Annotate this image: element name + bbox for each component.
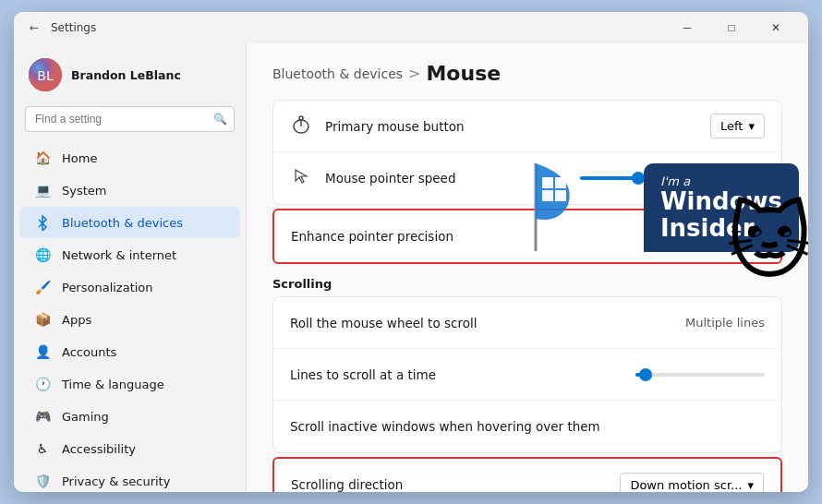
avatar: BL bbox=[29, 58, 62, 91]
breadcrumb-parent[interactable]: Bluetooth & devices bbox=[272, 66, 403, 81]
sidebar-item-apps[interactable]: 📦Apps bbox=[19, 304, 240, 335]
sidebar-item-privacy[interactable]: 🛡️Privacy & security bbox=[19, 465, 240, 492]
sidebar-label-home: Home bbox=[62, 151, 97, 165]
lines-scroll-control[interactable] bbox=[635, 373, 765, 377]
scrolling-direction-card[interactable]: Scrolling direction Down motion scr... ▾ bbox=[272, 457, 782, 492]
settings-window: ← Settings ─ □ ✕ bbox=[14, 12, 808, 492]
close-button[interactable]: ✕ bbox=[755, 13, 797, 42]
scrolling-heading: Scrolling bbox=[272, 277, 782, 291]
enhance-precision-row[interactable]: Enhance pointer precision bbox=[274, 210, 780, 262]
svg-text:BL: BL bbox=[37, 68, 54, 83]
content-area: BL Brandon LeBlanc 🔍 🏠Home💻System Blueto… bbox=[14, 43, 808, 492]
sidebar-item-time[interactable]: 🕐Time & language bbox=[19, 368, 240, 400]
sidebar-label-system: System bbox=[62, 184, 106, 198]
roll-wheel-row[interactable]: Roll the mouse wheel to scroll Multiple … bbox=[273, 297, 781, 349]
slider-fill bbox=[580, 176, 635, 180]
nav-list: 🏠Home💻System Bluetooth & devices🌐Network… bbox=[14, 141, 246, 492]
mouse-settings-card: Primary mouse button Left ▾ Mous bbox=[272, 100, 782, 205]
sidebar-item-gaming[interactable]: 🎮Gaming bbox=[19, 401, 240, 432]
search-input[interactable] bbox=[25, 106, 235, 132]
cursor-icon bbox=[290, 168, 312, 188]
pointer-speed-control[interactable] bbox=[580, 176, 765, 180]
chevron-down-icon: ▾ bbox=[748, 119, 755, 133]
primary-mouse-button-label: Primary mouse button bbox=[325, 119, 710, 134]
main-content: Bluetooth & devices > Mouse Primary mous… bbox=[247, 43, 808, 492]
sidebar: BL Brandon LeBlanc 🔍 🏠Home💻System Blueto… bbox=[14, 43, 247, 492]
primary-mouse-dropdown[interactable]: Left ▾ bbox=[710, 114, 765, 138]
privacy-nav-icon: 🛡️ bbox=[34, 473, 51, 489]
system-nav-icon: 💻 bbox=[34, 182, 51, 198]
scrolling-direction-dropdown[interactable]: Down motion scr... ▾ bbox=[620, 473, 764, 493]
dropdown-value: Left bbox=[720, 119, 743, 133]
home-nav-icon: 🏠 bbox=[34, 150, 51, 166]
title-bar: ← Settings ─ □ ✕ bbox=[14, 12, 808, 43]
breadcrumb: Bluetooth & devices > Mouse bbox=[272, 62, 782, 85]
scroll-inactive-label: Scroll inactive windows when hovering ov… bbox=[290, 419, 765, 434]
roll-wheel-label: Roll the mouse wheel to scroll bbox=[290, 316, 685, 330]
apps-nav-icon: 📦 bbox=[34, 311, 51, 328]
lines-scroll-label: Lines to scroll at a time bbox=[290, 367, 635, 382]
sidebar-item-network[interactable]: 🌐Network & internet bbox=[19, 239, 240, 270]
pointer-speed-label: Mouse pointer speed bbox=[325, 171, 580, 186]
sidebar-item-personalization[interactable]: 🖌️Personalization bbox=[19, 271, 240, 303]
page-title: Mouse bbox=[426, 62, 501, 85]
scrolling-direction-label: Scrolling direction bbox=[291, 477, 620, 492]
svg-point-6 bbox=[299, 116, 303, 120]
accessibility-nav-icon: ♿ bbox=[34, 440, 51, 457]
roll-wheel-value: Multiple lines bbox=[685, 316, 765, 330]
sidebar-item-accessibility[interactable]: ♿Accessibility bbox=[19, 433, 240, 464]
scroll-inactive-row[interactable]: Scroll inactive windows when hovering ov… bbox=[273, 401, 781, 452]
search-icon: 🔍 bbox=[213, 113, 227, 126]
search-box: 🔍 bbox=[25, 106, 235, 132]
user-section[interactable]: BL Brandon LeBlanc bbox=[14, 51, 246, 102]
network-nav-icon: 🌐 bbox=[34, 246, 51, 263]
window-title: Settings bbox=[51, 21, 659, 34]
window-controls: ─ □ ✕ bbox=[666, 13, 797, 42]
lines-slider-track bbox=[635, 373, 765, 377]
back-button[interactable]: ← bbox=[25, 18, 43, 37]
lines-slider-thumb[interactable] bbox=[639, 368, 652, 381]
speed-slider[interactable] bbox=[580, 176, 765, 180]
primary-mouse-button-control[interactable]: Left ▾ bbox=[710, 114, 765, 138]
time-nav-icon: 🕐 bbox=[34, 376, 51, 392]
sidebar-label-gaming: Gaming bbox=[62, 410, 109, 424]
breadcrumb-separator: > bbox=[408, 65, 420, 82]
lines-scroll-row[interactable]: Lines to scroll at a time bbox=[273, 349, 781, 401]
sidebar-label-bluetooth: Bluetooth & devices bbox=[62, 216, 183, 230]
bluetooth-nav-icon bbox=[34, 214, 51, 231]
scroll-dir-value: Down motion scr... bbox=[630, 478, 742, 492]
sidebar-label-accessibility: Accessibility bbox=[62, 442, 136, 456]
primary-mouse-button-row[interactable]: Primary mouse button Left ▾ bbox=[273, 101, 781, 152]
sidebar-item-system[interactable]: 💻System bbox=[19, 174, 240, 206]
roll-wheel-control: Multiple lines bbox=[685, 316, 765, 330]
accounts-nav-icon: 👤 bbox=[34, 343, 51, 360]
enhance-precision-label: Enhance pointer precision bbox=[291, 229, 764, 244]
slider-track bbox=[580, 176, 765, 180]
chevron-down-icon-2: ▾ bbox=[747, 478, 754, 492]
sidebar-label-personalization: Personalization bbox=[62, 281, 153, 294]
svg-marker-7 bbox=[296, 170, 307, 183]
scrolling-card: Roll the mouse wheel to scroll Multiple … bbox=[272, 296, 782, 453]
sidebar-label-accounts: Accounts bbox=[62, 345, 116, 359]
maximize-button[interactable]: □ bbox=[710, 13, 753, 42]
lines-slider[interactable] bbox=[635, 373, 765, 377]
scrolling-direction-row[interactable]: Scrolling direction Down motion scr... ▾ bbox=[274, 459, 780, 492]
pointer-speed-row[interactable]: Mouse pointer speed bbox=[273, 152, 781, 204]
enhance-precision-card[interactable]: Enhance pointer precision bbox=[272, 209, 782, 264]
mouse-icon bbox=[290, 115, 312, 138]
personalization-nav-icon: 🖌️ bbox=[34, 279, 51, 295]
slider-thumb[interactable] bbox=[632, 172, 645, 185]
gaming-nav-icon: 🎮 bbox=[34, 408, 51, 425]
sidebar-item-home[interactable]: 🏠Home bbox=[19, 142, 240, 174]
sidebar-label-privacy: Privacy & security bbox=[62, 474, 170, 488]
sidebar-label-time: Time & language bbox=[62, 378, 164, 391]
scrolling-direction-control[interactable]: Down motion scr... ▾ bbox=[620, 473, 764, 493]
sidebar-label-apps: Apps bbox=[62, 313, 91, 327]
sidebar-label-network: Network & internet bbox=[62, 248, 176, 262]
minimize-button[interactable]: ─ bbox=[666, 13, 708, 42]
sidebar-item-accounts[interactable]: 👤Accounts bbox=[19, 336, 240, 367]
sidebar-item-bluetooth[interactable]: Bluetooth & devices bbox=[19, 207, 240, 238]
user-name: Brandon LeBlanc bbox=[71, 68, 181, 82]
